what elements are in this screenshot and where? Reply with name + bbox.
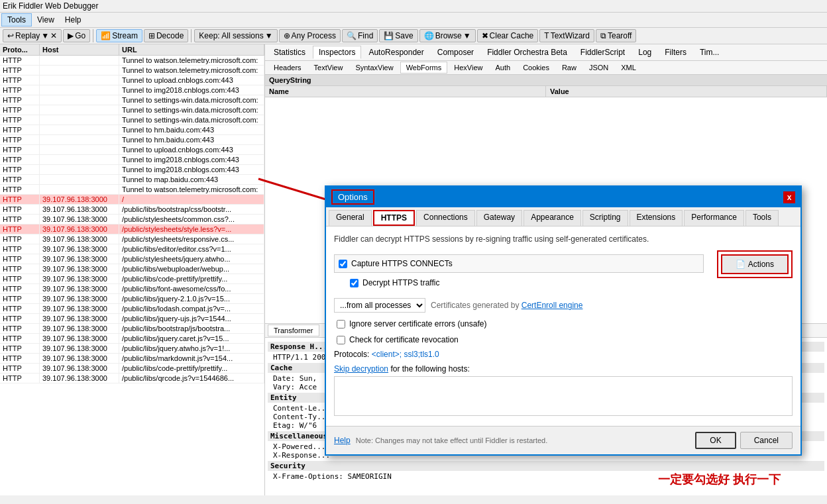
session-row[interactable]: HTTPTunnel to watson.telemetry.microsoft… xyxy=(0,185,264,195)
subtab-syntaxview[interactable]: SyntaxView xyxy=(349,62,399,74)
dialog-tab-connections[interactable]: Connections xyxy=(416,210,475,226)
subtab-textview[interactable]: TextView xyxy=(308,62,349,74)
ok-button[interactable]: OK xyxy=(695,432,736,449)
subtab-auth[interactable]: Auth xyxy=(490,62,517,74)
transformer-tab[interactable]: Transformer xyxy=(268,325,319,336)
dialog-tab-appearance[interactable]: Appearance xyxy=(524,210,581,226)
session-row[interactable]: HTTP39.107.96.138:3000/public/libs/lodas… xyxy=(0,304,264,314)
session-row[interactable]: HTTP39.107.96.138:3000/public/libs/edito… xyxy=(0,244,264,254)
keep-button[interactable]: Keep: All sessions ▼ xyxy=(194,29,277,42)
ignore-cert-label[interactable]: Ignore server certificate errors (unsafe… xyxy=(349,319,486,328)
session-row[interactable]: HTTP39.107.96.138:3000/public/stylesheet… xyxy=(0,225,264,234)
replay-dropdown-icon[interactable]: ▼ xyxy=(41,31,49,40)
session-row[interactable]: HTTP39.107.96.138:3000/ xyxy=(0,195,264,205)
session-row[interactable]: HTTP39.107.96.138:3000/public/libs/jquer… xyxy=(0,344,264,354)
process-dropdown[interactable]: ...from all processes xyxy=(334,298,425,313)
browse-button[interactable]: 🌐 Browse ▼ xyxy=(419,29,476,42)
dialog-tab-https[interactable]: HTTPS xyxy=(373,210,415,226)
session-row[interactable]: HTTPTunnel to map.baidu.com:443 xyxy=(0,175,264,185)
dialog-tab-tools[interactable]: Tools xyxy=(745,210,779,226)
options-dialog[interactable]: Options x General HTTPS Connections Gate… xyxy=(325,185,802,456)
replay-button[interactable]: ↩ Replay ▼ ✕ xyxy=(3,29,62,42)
capture-https-label[interactable]: Capture HTTPS CONNECTs xyxy=(351,259,453,268)
subtab-json[interactable]: JSON xyxy=(583,62,614,74)
dialog-tab-extensions[interactable]: Extensions xyxy=(630,210,683,226)
text-wizard-button[interactable]: T TextWizard xyxy=(539,29,594,42)
session-row[interactable]: HTTPTunnel to hm.baidu.com:443 xyxy=(0,125,264,135)
dialog-tab-performance[interactable]: Performance xyxy=(684,210,744,226)
tab-filters[interactable]: Filters xyxy=(659,46,692,59)
decrypt-https-checkbox[interactable] xyxy=(350,279,358,287)
tearoff-button[interactable]: ⧉ Tearoff xyxy=(596,29,636,42)
ignore-cert-checkbox[interactable] xyxy=(337,320,345,328)
subtab-raw[interactable]: Raw xyxy=(556,62,582,74)
find-button[interactable]: 🔍 Find xyxy=(342,29,378,42)
session-row[interactable]: HTTPTunnel to hm.baidu.com:443 xyxy=(0,135,264,145)
session-row[interactable]: HTTPTunnel to upload.cnblogs.com:443 xyxy=(0,145,264,155)
stream-button[interactable]: 📶 Stream xyxy=(96,29,142,42)
cancel-button[interactable]: Cancel xyxy=(740,432,793,449)
skip-decryption-link[interactable]: Skip decryption xyxy=(334,364,388,374)
decode-button[interactable]: ⊞ Decode xyxy=(144,29,188,42)
menu-help[interactable]: Help xyxy=(60,14,87,26)
go-button[interactable]: ▶ Go xyxy=(63,29,90,42)
session-row[interactable]: HTTPTunnel to img2018.cnblogs.com:443 xyxy=(0,155,264,165)
session-row[interactable]: HTTPTunnel to img2018.cnblogs.com:443 xyxy=(0,165,264,175)
check-revocation-checkbox[interactable] xyxy=(337,336,345,344)
help-link[interactable]: Help xyxy=(334,436,351,445)
capture-https-checkbox[interactable] xyxy=(339,260,347,268)
actions-button[interactable]: 📄 Actions xyxy=(721,254,789,274)
tab-tim[interactable]: Tim... xyxy=(694,46,726,59)
keep-dropdown-icon[interactable]: ▼ xyxy=(265,31,273,40)
session-row[interactable]: HTTPTunnel to upload.cnblogs.com:443 xyxy=(0,76,264,85)
session-row[interactable]: HTTPTunnel to settings-win.data.microsof… xyxy=(0,105,264,115)
sessions-list[interactable]: HTTPTunnel to watson.telemetry.microsoft… xyxy=(0,56,264,495)
session-row[interactable]: HTTP39.107.96.138:3000/public/libs/boots… xyxy=(0,205,264,215)
dialog-tab-general[interactable]: General xyxy=(329,210,372,226)
subtab-webforms[interactable]: WebForms xyxy=(400,62,448,74)
subtab-headers[interactable]: Headers xyxy=(268,62,307,74)
save-button[interactable]: 💾 Save xyxy=(379,29,417,42)
protocols-value[interactable]: <client>; ssl3;tls1.0 xyxy=(372,350,439,359)
check-revocation-label[interactable]: Check for certificate revocation xyxy=(349,335,459,344)
session-row[interactable]: HTTP39.107.96.138:3000/public/stylesheet… xyxy=(0,254,264,264)
cert-engine-link[interactable]: CertEnroll engine xyxy=(522,301,583,310)
skip-hosts-textarea[interactable] xyxy=(334,376,793,416)
session-row[interactable]: HTTP39.107.96.138:3000/public/libs/jquer… xyxy=(0,334,264,344)
session-row[interactable]: HTTP39.107.96.138:3000/public/libs/code-… xyxy=(0,364,264,374)
session-row[interactable]: HTTPTunnel to watson.telemetry.microsoft… xyxy=(0,66,264,76)
menu-view[interactable]: View xyxy=(32,14,60,26)
session-row[interactable]: HTTP39.107.96.138:3000/public/stylesheet… xyxy=(0,234,264,244)
tab-fiddlerscript[interactable]: FiddlerScript xyxy=(575,46,631,59)
decrypt-https-label[interactable]: Decrypt HTTPS traffic xyxy=(362,278,439,287)
menu-tools[interactable]: Tools xyxy=(1,13,32,26)
dialog-tab-scripting[interactable]: Scripting xyxy=(582,210,628,226)
session-row[interactable]: HTTP39.107.96.138:3000/public/stylesheet… xyxy=(0,215,264,225)
dialog-tab-gateway[interactable]: Gateway xyxy=(476,210,522,226)
session-row[interactable]: HTTP39.107.96.138:3000/public/libs/code-… xyxy=(0,274,264,284)
tab-statistics[interactable]: Statistics xyxy=(268,46,311,59)
browse-dropdown-icon[interactable]: ▼ xyxy=(463,31,471,40)
subtab-cookies[interactable]: Cookies xyxy=(517,62,555,74)
close-icon[interactable]: ✕ xyxy=(50,31,57,40)
session-row[interactable]: HTTP39.107.96.138:3000/public/libs/boots… xyxy=(0,324,264,334)
tab-composer[interactable]: Composer xyxy=(431,46,480,59)
session-row[interactable]: HTTP39.107.96.138:3000/public/libs/font-… xyxy=(0,284,264,294)
tab-inspectors[interactable]: Inspectors xyxy=(313,46,361,59)
session-row[interactable]: HTTP39.107.96.138:3000/public/libs/webup… xyxy=(0,264,264,274)
session-row[interactable]: HTTPTunnel to settings-win.data.microsof… xyxy=(0,95,264,105)
session-row[interactable]: HTTP39.107.96.138:3000/public/libs/qrcod… xyxy=(0,374,264,383)
session-row[interactable]: HTTP39.107.96.138:3000/public/libs/markd… xyxy=(0,354,264,364)
dialog-close-button[interactable]: x xyxy=(783,191,795,203)
tab-orchestra[interactable]: Fiddler Orchestra Beta xyxy=(481,46,573,59)
subtab-xml[interactable]: XML xyxy=(615,62,642,74)
clear-cache-button[interactable]: ✖ Clear Cache xyxy=(477,29,539,42)
session-row[interactable]: HTTPTunnel to watson.telemetry.microsoft… xyxy=(0,56,264,66)
session-row[interactable]: HTTP39.107.96.138:3000/public/libs/jquer… xyxy=(0,314,264,324)
session-row[interactable]: HTTPTunnel to settings-win.data.microsof… xyxy=(0,115,264,125)
session-row[interactable]: HTTPTunnel to img2018.cnblogs.com:443 xyxy=(0,85,264,95)
tab-log[interactable]: Log xyxy=(632,46,657,59)
tab-autoresponder[interactable]: AutoResponder xyxy=(362,46,429,59)
subtab-hexview[interactable]: HexView xyxy=(448,62,488,74)
session-row[interactable]: HTTP39.107.96.138:3000/public/libs/jquer… xyxy=(0,294,264,304)
